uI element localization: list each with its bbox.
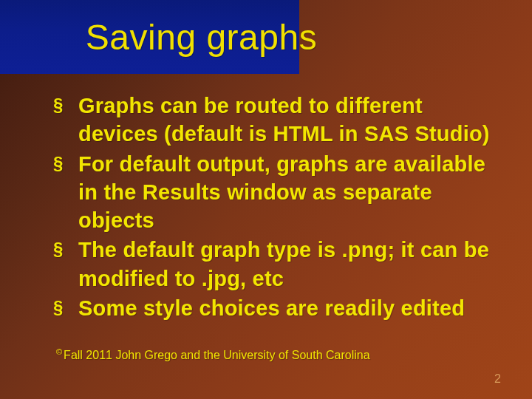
bullet-list: Graphs can be routed to different device… xyxy=(53,92,504,324)
title-banner: Saving graphs xyxy=(0,0,299,74)
list-item: The default graph type is .png; it can b… xyxy=(53,236,504,293)
slide-title: Saving graphs xyxy=(86,17,317,58)
list-item: For default output, graphs are available… xyxy=(53,150,504,235)
copyright-line: ©Fall 2011 John Grego and the University… xyxy=(56,347,370,362)
copyright-text: Fall 2011 John Grego and the University … xyxy=(64,349,369,361)
page-number: 2 xyxy=(494,372,501,386)
list-item: Some style choices are readily edited xyxy=(53,294,504,322)
list-item: Graphs can be routed to different device… xyxy=(53,92,504,149)
copyright-symbol: © xyxy=(56,347,62,356)
